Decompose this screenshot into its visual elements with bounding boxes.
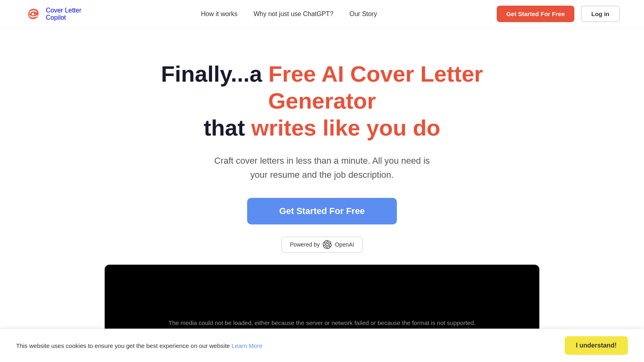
hero-title-highlight2: writes like you do — [251, 115, 440, 140]
powered-by-label: Powered by — [290, 241, 320, 248]
logo-icon — [24, 5, 42, 23]
nav-link-how-it-works[interactable]: How it works — [201, 10, 237, 18]
logo[interactable]: Cover Letter Copilot — [24, 5, 81, 23]
cookie-text: This website uses cookies to ensure you … — [16, 342, 262, 349]
cookie-message: This website uses cookies to ensure you … — [16, 342, 230, 349]
nav-cta-button[interactable]: Get Started For Free — [497, 6, 574, 22]
logo-line1: Cover Letter — [46, 7, 81, 14]
powered-by-brand: OpenAI — [335, 241, 354, 248]
nav-links: How it works Why not just use ChatGPT? O… — [201, 10, 377, 18]
cookie-banner: This website uses cookies to ensure you … — [0, 329, 644, 362]
nav-login-button[interactable]: Log in — [581, 6, 620, 22]
logo-text: Cover Letter Copilot — [46, 7, 81, 21]
hero-section: Finally...a Free AI Cover Letter Generat… — [0, 28, 644, 362]
nav-link-our-story[interactable]: Our Story — [349, 10, 377, 18]
hero-title-part1: Finally...a — [161, 61, 268, 86]
hero-cta-button[interactable]: Get Started For Free — [247, 198, 397, 224]
cookie-accept-button[interactable]: I understand! — [565, 336, 628, 355]
openai-logo-icon — [323, 240, 332, 249]
powered-by-badge: Powered by OpenAI — [281, 237, 362, 253]
hero-content: Finally...a Free AI Cover Letter Generat… — [16, 60, 628, 265]
logo-line2: Copilot — [46, 14, 81, 21]
hero-title-part2: that — [204, 115, 251, 140]
nav-link-why-chatgpt[interactable]: Why not just use ChatGPT? — [254, 10, 333, 18]
hero-title: Finally...a Free AI Cover Letter Generat… — [141, 60, 503, 142]
hero-subtitle: Craft cover letters in less than a minut… — [205, 154, 439, 182]
nav-actions: Get Started For Free Log in — [497, 6, 620, 22]
hero-title-highlight1: Free AI Cover Letter Generator — [268, 61, 483, 113]
cookie-learn-more-link[interactable]: Learn More — [231, 342, 262, 349]
navbar: Cover Letter Copilot How it works Why no… — [0, 0, 644, 28]
svg-point-0 — [32, 13, 34, 15]
